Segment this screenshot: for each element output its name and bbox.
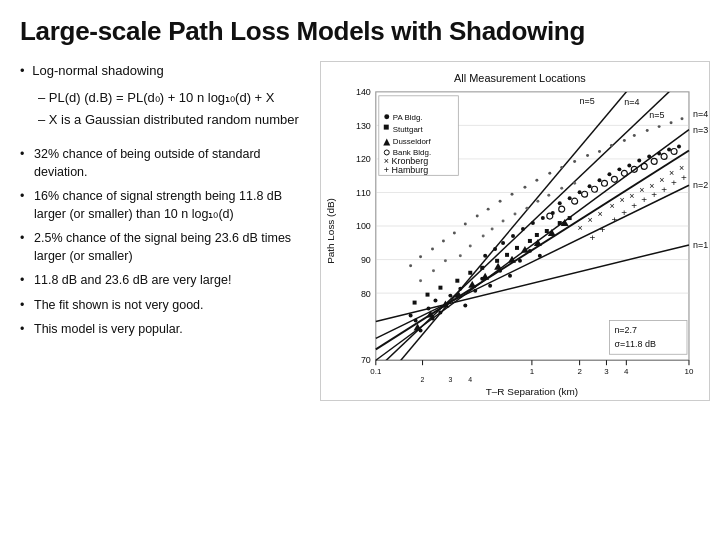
svg-point-121 [459,254,462,257]
x-tick-minor: 4 [468,376,472,383]
x-axis-label: T–R Separation (km) [486,386,578,397]
svg-point-147 [586,154,589,157]
x-tick-minor: 3 [448,376,452,383]
svg-point-119 [432,269,435,272]
svg-point-111 [617,167,621,171]
svg-point-34 [538,254,542,258]
page-title: Large-scale Path Loss Models with Shadow… [20,16,700,47]
x-tick-minor: 2 [421,376,425,383]
svg-rect-39 [438,286,442,290]
svg-text:×: × [578,223,583,233]
eq-line-2: – X is a Gaussian distributed random num… [38,109,310,131]
svg-point-140 [499,200,502,203]
svg-point-99 [501,241,505,245]
y-tick: 110 [356,188,371,198]
n3-label: n=3 [693,125,708,135]
svg-point-124 [491,228,494,231]
svg-point-135 [442,239,445,242]
list-item: 32% chance of being outside of standard … [20,145,310,181]
svg-point-144 [548,172,551,175]
left-panel: • Log-normal shadowing – PL(d) (d.B) = P… [20,61,310,401]
svg-point-153 [658,125,661,128]
svg-point-149 [610,144,613,147]
list-item: 11.8 dB and 23.6 dB are very large! [20,271,310,289]
svg-point-23 [438,311,442,315]
chart-area: All Measurement Locations 140 130 120 11… [320,61,710,401]
svg-rect-46 [528,239,532,243]
bullet-list: 32% chance of being outside of standard … [20,145,310,338]
list-item: 16% chance of signal strength being 11.8… [20,187,310,223]
svg-point-26 [463,304,467,308]
n1-label: n=1 [693,240,708,250]
svg-point-132 [409,264,412,267]
svg-point-128 [536,200,539,203]
legend-item: PA Bldg. [393,113,423,122]
svg-point-130 [560,187,563,190]
svg-text:×: × [598,209,603,219]
svg-point-24 [448,294,452,298]
n2-label: n=2 [693,180,708,190]
svg-point-146 [573,160,576,163]
svg-point-98 [493,247,497,251]
svg-point-20 [414,318,418,322]
svg-rect-41 [468,271,472,275]
svg-point-110 [607,172,611,176]
svg-point-148 [598,150,601,153]
svg-point-118 [419,279,422,282]
section-header: • Log-normal shadowing [20,61,310,81]
svg-point-131 [573,182,576,185]
chart-title: All Measurement Locations [454,72,586,84]
equation-block: – PL(d) (d.B) = PL(d₀) + 10 n log₁₀(d) +… [38,87,310,131]
svg-point-145 [560,166,563,169]
svg-rect-40 [455,279,459,283]
y-tick: 90 [361,255,371,265]
svg-point-125 [502,220,505,223]
svg-point-19 [409,314,413,318]
svg-point-100 [511,234,515,238]
svg-text:+: + [621,207,627,218]
best-fit-sigma: σ=11.8 dB [614,339,656,349]
bullet-symbol: • [20,63,25,78]
svg-point-136 [453,231,456,234]
svg-rect-44 [505,253,509,257]
svg-point-114 [647,154,651,158]
svg-point-129 [547,194,550,197]
y-tick: 140 [356,87,371,97]
svg-point-102 [531,221,535,225]
svg-text:×: × [588,215,593,225]
svg-text:×: × [609,201,614,211]
svg-point-97 [483,254,487,258]
svg-rect-50 [568,216,572,220]
svg-point-117 [677,145,681,149]
svg-point-105 [558,201,562,205]
n5-label: n=5 [580,96,595,106]
svg-point-139 [487,208,490,211]
svg-rect-47 [535,233,539,237]
legend-item: Dusseldorf [393,137,432,146]
legend-item: Stuttgart [393,125,424,134]
svg-point-29 [488,284,492,288]
svg-point-152 [646,129,649,132]
svg-text:+: + [661,184,667,195]
svg-point-134 [431,247,434,250]
svg-point-112 [627,163,631,167]
svg-point-109 [598,178,602,182]
svg-point-25 [458,287,462,291]
svg-point-157 [384,114,389,119]
svg-point-21 [427,307,431,311]
svg-point-116 [667,147,671,151]
svg-text:×: × [619,195,624,205]
svg-rect-38 [426,293,430,297]
n4-label: n=4 [693,109,708,119]
svg-rect-48 [545,229,549,233]
svg-point-101 [521,227,525,231]
svg-rect-158 [384,125,389,130]
y-tick: 80 [361,289,371,299]
svg-point-103 [541,216,545,220]
svg-point-106 [568,196,572,200]
svg-point-122 [469,244,472,247]
svg-rect-42 [480,266,484,270]
n4-right: n=4 [624,97,639,107]
svg-point-104 [551,211,555,215]
svg-point-22 [433,299,437,303]
